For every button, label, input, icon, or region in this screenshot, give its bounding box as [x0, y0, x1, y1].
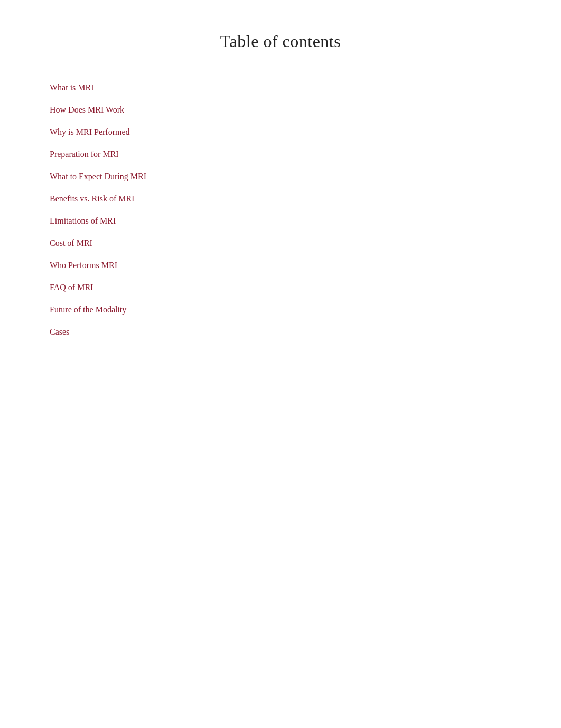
- toc-list-item: Who Performs MRI: [50, 254, 561, 277]
- page-container: Table of contents What is MRIHow Does MR…: [0, 0, 561, 728]
- toc-list-item: Why is MRI Performed: [50, 121, 561, 143]
- toc-list-item: What is MRI: [50, 77, 561, 99]
- toc-list: What is MRIHow Does MRI WorkWhy is MRI P…: [50, 77, 561, 343]
- toc-list-item: Cases: [50, 321, 561, 343]
- page-title: Table of contents: [0, 32, 561, 51]
- toc-link-preparation-for-mri[interactable]: Preparation for MRI: [50, 143, 119, 165]
- toc-link-limitations-of-mri[interactable]: Limitations of MRI: [50, 210, 116, 232]
- toc-link-how-does-mri-work[interactable]: How Does MRI Work: [50, 99, 124, 121]
- toc-list-item: How Does MRI Work: [50, 99, 561, 121]
- toc-list-item: Future of the Modality: [50, 299, 561, 321]
- title-section: Table of contents: [0, 32, 561, 51]
- toc-list-item: Preparation for MRI: [50, 143, 561, 165]
- toc-link-cost-of-mri[interactable]: Cost of MRI: [50, 232, 92, 254]
- toc-link-what-is-mri[interactable]: What is MRI: [50, 77, 94, 99]
- toc-link-faq-of-mri[interactable]: FAQ of MRI: [50, 277, 93, 299]
- toc-link-what-to-expect-during-mri[interactable]: What to Expect During MRI: [50, 165, 146, 188]
- toc-list-item: FAQ of MRI: [50, 277, 561, 299]
- toc-link-why-is-mri-performed[interactable]: Why is MRI Performed: [50, 121, 130, 143]
- toc-link-cases[interactable]: Cases: [50, 321, 69, 343]
- toc-list-item: Benefits vs. Risk of MRI: [50, 188, 561, 210]
- toc-link-who-performs-mri[interactable]: Who Performs MRI: [50, 254, 117, 277]
- toc-link-future-of-the-modality[interactable]: Future of the Modality: [50, 299, 126, 321]
- toc-link-benefits-vs-risk-of-mri[interactable]: Benefits vs. Risk of MRI: [50, 188, 134, 210]
- toc-list-item: Limitations of MRI: [50, 210, 561, 232]
- toc-list-item: Cost of MRI: [50, 232, 561, 254]
- toc-list-item: What to Expect During MRI: [50, 165, 561, 188]
